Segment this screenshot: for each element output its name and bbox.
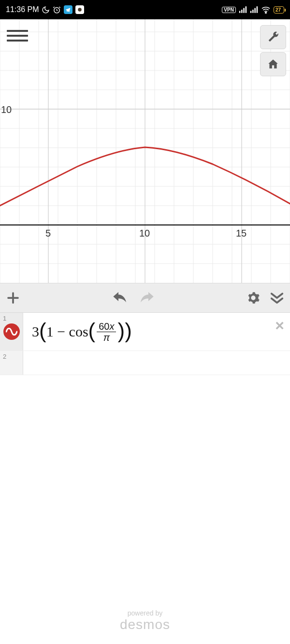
status-bar: 11:36 PM VPN 27: [0, 0, 290, 19]
status-time: 11:36 PM: [6, 5, 39, 14]
graph-svg: [0, 19, 290, 283]
svg-rect-7: [245, 6, 246, 13]
battery-badge: 27: [274, 6, 284, 14]
svg-point-3: [78, 8, 82, 12]
signal-1-icon: [239, 6, 247, 13]
x-tick-5: 5: [45, 228, 51, 239]
settings-button[interactable]: [246, 291, 260, 305]
row-index-1: 1: [3, 315, 6, 322]
moon-icon: [42, 6, 50, 14]
alarm-icon: [53, 6, 61, 14]
svg-rect-5: [241, 10, 243, 13]
svg-rect-11: [256, 6, 258, 13]
svg-rect-9: [252, 10, 254, 13]
delete-expression-button[interactable]: ×: [275, 317, 284, 335]
svg-point-12: [265, 12, 266, 13]
wave-icon[interactable]: [3, 323, 20, 340]
app-dot-icon: [75, 5, 84, 14]
svg-rect-10: [254, 8, 256, 13]
expression-row-2[interactable]: 2: [0, 351, 290, 375]
row-index-2: 2: [3, 353, 6, 360]
expression-toolbar: [0, 283, 290, 313]
redo-button[interactable]: [138, 292, 155, 304]
wifi-icon: [261, 6, 271, 14]
powered-by-label: powered by: [0, 609, 290, 617]
graph-canvas[interactable]: 10 5 10 15: [0, 19, 290, 283]
svg-rect-6: [243, 8, 245, 13]
expression-list: 1 3(1 − cos(60xπ)) × 2: [0, 313, 290, 375]
x-tick-10: 10: [139, 228, 150, 239]
footer-brand: powered by desmos: [0, 609, 290, 632]
desmos-logo-text: desmos: [0, 617, 290, 632]
expression-formula[interactable]: 3(1 − cos(60xπ)): [23, 313, 290, 350]
menu-button[interactable]: [7, 25, 28, 46]
undo-button[interactable]: [112, 292, 129, 304]
svg-rect-8: [250, 11, 252, 13]
vpn-badge: VPN: [222, 7, 236, 13]
add-expression-button[interactable]: [6, 291, 20, 305]
expression-row-1[interactable]: 1 3(1 − cos(60xπ)) ×: [0, 313, 290, 351]
telegram-icon: [64, 5, 72, 14]
signal-2-icon: [250, 6, 258, 13]
collapse-button[interactable]: [270, 292, 284, 304]
x-tick-15: 15: [236, 228, 246, 239]
wrench-button[interactable]: [260, 25, 286, 49]
svg-rect-4: [239, 11, 241, 13]
y-tick-10: 10: [1, 104, 12, 115]
home-button[interactable]: [260, 52, 286, 76]
